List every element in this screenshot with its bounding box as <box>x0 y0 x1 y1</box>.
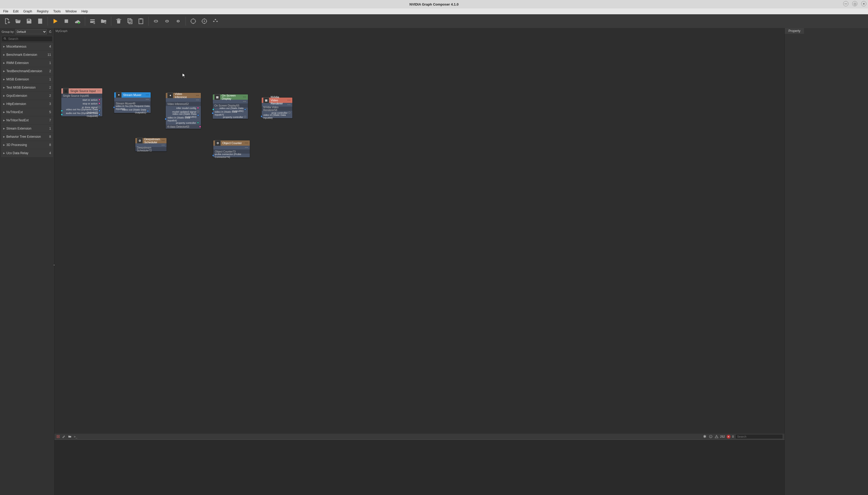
more-icon[interactable]: ••• <box>162 139 165 142</box>
console-output[interactable] <box>54 440 784 495</box>
refresh-icon[interactable] <box>48 29 53 34</box>
zoom-selection-button[interactable] <box>162 16 172 26</box>
output-port[interactable] <box>199 125 201 128</box>
deploy-cloud-button[interactable] <box>73 16 82 26</box>
log-clear-icon[interactable] <box>56 434 60 439</box>
menu-graph[interactable]: Graph <box>21 9 34 14</box>
play-button[interactable] <box>51 16 60 26</box>
more-icon[interactable]: ••• <box>287 99 291 102</box>
category-row[interactable]: ▶GrpcExtension2 <box>1 92 53 100</box>
output-port[interactable] <box>99 110 101 112</box>
node-single-source-input[interactable]: ▦Single Source Input••• Single Source In… <box>61 88 103 117</box>
input-port[interactable] <box>212 112 214 114</box>
open-file-button[interactable] <box>13 16 23 26</box>
import-button[interactable] <box>88 16 97 26</box>
left-port[interactable] <box>212 108 214 110</box>
category-row[interactable]: ▶NvTritonExt5 <box>1 108 53 116</box>
node-object-counter[interactable]: ⚙Object Counter••• ••• Object Counter73 … <box>213 140 250 158</box>
output-port[interactable] <box>98 102 101 104</box>
category-row[interactable]: ▶TestBenchmarkExtension2 <box>1 67 53 75</box>
output-port[interactable] <box>197 107 199 109</box>
export-button[interactable] <box>99 16 108 26</box>
category-row[interactable]: ▶RMM Extension1 <box>1 59 53 67</box>
category-row[interactable]: ▶Behavior Tree Extension8 <box>1 133 53 141</box>
component-panel: Group by: Default ▶Miscellaneous4 ▶Bench… <box>0 28 54 495</box>
menu-registry[interactable]: Registry <box>35 9 51 14</box>
terminal-icon[interactable]: >_ <box>73 434 78 439</box>
input-port[interactable] <box>165 118 167 120</box>
close-button[interactable]: ✕ <box>861 1 866 6</box>
zoom-fit-button[interactable] <box>151 16 161 26</box>
close-graph-button[interactable] <box>35 16 45 26</box>
more-icon[interactable]: ••• <box>243 96 246 98</box>
category-row[interactable]: ▶Test MISB Extension2 <box>1 84 53 91</box>
groupby-select[interactable]: Default <box>15 29 47 34</box>
minimize-button[interactable]: — <box>843 1 848 6</box>
graph-tab[interactable]: MyGraph <box>55 29 67 33</box>
layout-button[interactable] <box>211 16 220 26</box>
component-search[interactable] <box>2 36 53 42</box>
output-port[interactable] <box>197 122 199 124</box>
stop-button[interactable] <box>61 16 71 26</box>
output-port[interactable] <box>244 116 246 118</box>
copy-button[interactable] <box>125 16 135 26</box>
node-nvidia-video-renderer[interactable]: ▦NVidia Video Renderer••• ••• NVidia Vid… <box>261 97 293 118</box>
output-port[interactable] <box>98 99 101 101</box>
status-search-input[interactable] <box>735 434 783 439</box>
menu-help[interactable]: Help <box>79 9 90 14</box>
output-port[interactable] <box>147 110 149 112</box>
input-port[interactable] <box>261 115 263 117</box>
zoom-one-button[interactable] <box>173 16 183 26</box>
warn-icon[interactable] <box>714 434 719 439</box>
graph-canvas[interactable]: ▦Single Source Input••• Single Source In… <box>54 34 784 495</box>
category-row[interactable]: ▶MISB Extension1 <box>1 75 53 83</box>
svg-rect-6 <box>139 19 143 23</box>
locate-button[interactable] <box>199 16 209 26</box>
category-row[interactable]: ▶HttpExtension3 <box>1 100 53 108</box>
delete-button[interactable] <box>114 16 123 26</box>
property-tab[interactable]: Property <box>785 28 804 34</box>
node-deepstream-scheduler[interactable]: ⚙Deepstream Scheduler••• ••• Deepstream … <box>135 138 167 152</box>
category-row[interactable]: ▶NvTritonTestExt7 <box>1 116 53 124</box>
maximize-button[interactable]: ▢ <box>852 1 857 6</box>
category-row[interactable]: ▶Miscellaneous4 <box>1 42 53 51</box>
category-row[interactable]: ▶Benchmark Extension11 <box>1 51 53 59</box>
new-file-button[interactable] <box>2 16 12 26</box>
log-edit-icon[interactable] <box>62 434 66 439</box>
info-icon[interactable] <box>709 434 713 439</box>
chevron-right-icon: ▶ <box>3 119 6 122</box>
input-port[interactable] <box>212 154 214 156</box>
input-port[interactable] <box>113 106 115 108</box>
paste-button[interactable] <box>136 16 146 26</box>
svg-rect-7 <box>140 18 142 19</box>
category-row[interactable]: ▶Ucx Data Relay4 <box>1 149 53 157</box>
category-list[interactable]: ▶Miscellaneous4 ▶Benchmark Extension11 ▶… <box>0 42 54 495</box>
log-folder-icon[interactable] <box>68 434 72 439</box>
output-port[interactable] <box>99 114 101 116</box>
save-button[interactable] <box>24 16 34 26</box>
more-icon[interactable]: ••• <box>245 142 248 144</box>
left-port[interactable] <box>61 114 63 116</box>
node-title: Single Source Input <box>70 89 96 92</box>
edge-layer <box>54 34 134 73</box>
node-stream-muxer[interactable]: ✦Stream Muxer••• ••• Stream Muxer49 vide… <box>114 92 151 113</box>
snowflake-icon[interactable]: ✱ <box>703 434 707 439</box>
menu-edit[interactable]: Edit <box>11 9 21 14</box>
chevron-right-icon: ▶ <box>3 62 6 64</box>
node-video-inference[interactable]: ✦Video Inference••• ••• Video Inference5… <box>165 92 201 129</box>
node-on-screen-display[interactable]: ▦On Screen Display••• ••• On Screen Disp… <box>213 94 248 119</box>
menu-file[interactable]: File <box>1 9 10 14</box>
component-search-input[interactable] <box>8 37 51 41</box>
category-row[interactable]: ▶3D Processing8 <box>1 141 53 149</box>
output-port[interactable] <box>197 110 199 113</box>
category-row[interactable]: ▶Stream Extension1 <box>1 124 53 133</box>
node-subtitle: Single Source Input46 <box>61 93 102 98</box>
menu-window[interactable]: Window <box>63 9 79 14</box>
more-icon[interactable]: ••• <box>98 90 101 92</box>
error-badge-icon[interactable]: ✕ <box>727 435 730 439</box>
output-port[interactable] <box>98 106 101 108</box>
center-view-button[interactable] <box>189 16 198 26</box>
more-icon[interactable]: ••• <box>196 94 199 97</box>
menu-tools[interactable]: Tools <box>51 9 63 14</box>
more-icon[interactable]: ••• <box>146 93 149 96</box>
